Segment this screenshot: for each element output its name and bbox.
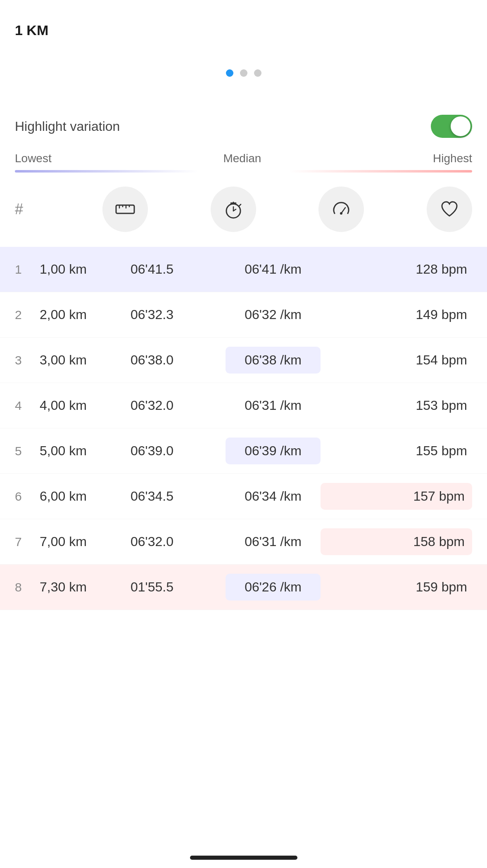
home-indicator bbox=[190, 856, 297, 860]
row-num: 1 bbox=[15, 263, 40, 277]
row-time: 01'55.5 bbox=[131, 579, 226, 595]
page-title: 1 KM bbox=[15, 22, 48, 38]
pagination-dots bbox=[226, 69, 261, 77]
row-time: 06'41.5 bbox=[131, 262, 226, 277]
table-row: 5 5,00 km 06'39.0 06'39 /km 155 bpm bbox=[0, 428, 487, 474]
row-pace: 06'31 /km bbox=[226, 531, 321, 553]
row-pace: 06'39 /km bbox=[226, 438, 321, 464]
row-time: 06'38.0 bbox=[131, 352, 226, 368]
dot-3[interactable] bbox=[254, 69, 261, 77]
row-pace: 06'31 /km bbox=[226, 395, 321, 416]
row-num: 2 bbox=[15, 308, 40, 322]
row-hr: 128 bpm bbox=[321, 258, 472, 280]
row-time: 06'34.5 bbox=[131, 489, 226, 504]
svg-point-11 bbox=[340, 212, 342, 215]
table-row: 4 4,00 km 06'32.0 06'31 /km 153 bpm bbox=[0, 383, 487, 428]
row-dist: 3,00 km bbox=[40, 352, 131, 368]
ruler-icon bbox=[114, 199, 136, 220]
row-num: 7 bbox=[15, 535, 40, 549]
table-row: 8 7,30 km 01'55.5 06'26 /km 159 bpm bbox=[0, 565, 487, 610]
dot-1[interactable] bbox=[226, 69, 233, 77]
table-row: 6 6,00 km 06'34.5 06'34 /km 157 bpm bbox=[0, 474, 487, 519]
col-label-lowest: Lowest bbox=[15, 152, 52, 165]
speedometer-icon bbox=[330, 199, 352, 220]
row-pace: 06'41 /km bbox=[226, 258, 321, 280]
distance-icon-circle bbox=[102, 187, 148, 232]
row-dist: 1,00 km bbox=[40, 262, 131, 277]
row-time: 06'32.0 bbox=[131, 398, 226, 413]
row-pace: 06'38 /km bbox=[226, 347, 321, 374]
column-labels: Lowest Median Highest bbox=[15, 152, 472, 165]
heart-icon bbox=[439, 199, 460, 220]
row-pace: 06'26 /km bbox=[226, 574, 321, 601]
row-num: 4 bbox=[15, 399, 40, 413]
row-pace: 06'32 /km bbox=[226, 304, 321, 326]
table-row: 2 2,00 km 06'32.3 06'32 /km 149 bpm bbox=[0, 292, 487, 338]
table-row: 3 3,00 km 06'38.0 06'38 /km 154 bpm bbox=[0, 338, 487, 383]
row-pace: 06'34 /km bbox=[226, 485, 321, 507]
row-dist: 7,30 km bbox=[40, 579, 131, 595]
table-row: 7 7,00 km 06'32.0 06'31 /km 158 bpm bbox=[0, 519, 487, 565]
row-num: 5 bbox=[15, 444, 40, 458]
highlight-variation-label: Highlight variation bbox=[15, 119, 120, 134]
row-hr: 153 bpm bbox=[321, 395, 472, 416]
row-hr: 149 bpm bbox=[321, 304, 472, 326]
row-hr: 155 bpm bbox=[321, 440, 472, 462]
stopwatch-icon bbox=[223, 199, 244, 220]
col-label-median: Median bbox=[52, 152, 433, 165]
row-num: 3 bbox=[15, 353, 40, 367]
pace-icon-circle bbox=[318, 187, 364, 232]
hr-icon-circle bbox=[427, 187, 472, 232]
row-hr: 154 bpm bbox=[321, 349, 472, 371]
row-hr: 159 bpm bbox=[321, 576, 472, 598]
highlight-variation-row: Highlight variation bbox=[15, 115, 472, 138]
col-label-highest: Highest bbox=[433, 152, 472, 165]
highlight-variation-toggle[interactable] bbox=[431, 115, 472, 138]
hash-icon: # bbox=[15, 201, 40, 218]
data-table: 1 1,00 km 06'41.5 06'41 /km 128 bpm 2 2,… bbox=[0, 247, 487, 610]
row-hr: 158 bpm bbox=[321, 528, 472, 555]
row-time: 06'32.0 bbox=[131, 534, 226, 549]
svg-rect-0 bbox=[116, 205, 134, 213]
row-hr: 157 bpm bbox=[321, 483, 472, 510]
row-num: 6 bbox=[15, 490, 40, 504]
row-time: 06'39.0 bbox=[131, 443, 226, 459]
icon-header-row: # bbox=[15, 187, 472, 232]
gradient-bar bbox=[15, 170, 472, 173]
row-dist: 7,00 km bbox=[40, 534, 131, 549]
row-dist: 5,00 km bbox=[40, 443, 131, 459]
row-num: 8 bbox=[15, 580, 40, 594]
toggle-knob bbox=[451, 116, 470, 136]
row-dist: 4,00 km bbox=[40, 398, 131, 413]
dot-2[interactable] bbox=[240, 69, 247, 77]
row-dist: 2,00 km bbox=[40, 307, 131, 322]
time-icon-circle bbox=[211, 187, 256, 232]
row-dist: 6,00 km bbox=[40, 489, 131, 504]
table-row: 1 1,00 km 06'41.5 06'41 /km 128 bpm bbox=[0, 247, 487, 292]
row-time: 06'32.3 bbox=[131, 307, 226, 322]
